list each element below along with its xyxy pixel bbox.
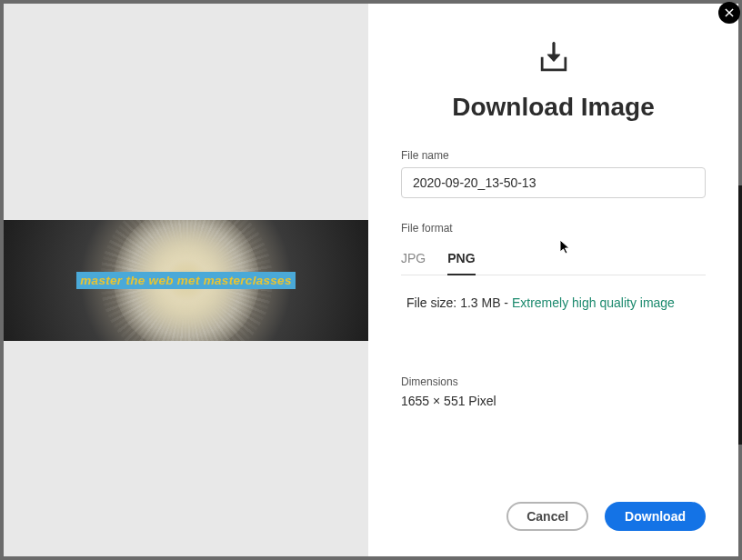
preview-pane: master the web met masterclasses [4,4,368,556]
tab-png[interactable]: PNG [447,244,475,275]
image-thumbnail: master the web met masterclasses [4,220,368,341]
close-icon [723,6,736,19]
dialog-title: Download Image [401,93,706,122]
file-name-input[interactable] [401,167,706,198]
dialog-actions: Cancel Download [506,502,706,531]
quality-note: Extremely high quality image [512,295,675,310]
thumbnail-overlay-text: master the web met masterclasses [76,272,295,289]
tab-jpg[interactable]: JPG [401,244,426,275]
dimensions-label: Dimensions [401,375,706,388]
file-format-label: File format [401,222,706,235]
file-size-value: 1.3 MB [460,295,500,310]
dimensions-value: 1655 × 551 Pixel [401,394,706,408]
file-size-prefix: File size: [406,295,460,310]
file-size-row: File size: 1.3 MB - Extremely high quali… [401,295,706,310]
file-name-label: File name [401,149,706,162]
backdrop-strip [738,185,742,445]
close-button[interactable] [718,2,740,24]
format-tabs: JPG PNG [401,244,706,275]
file-format-section: File format JPG PNG [401,222,706,275]
file-size-sep: - [500,295,511,310]
dimensions-section: Dimensions 1655 × 551 Pixel [401,375,706,408]
cancel-button[interactable]: Cancel [506,502,588,531]
download-button[interactable]: Download [605,502,706,531]
download-icon [401,38,706,78]
form-pane: Download Image File name File format JPG… [368,4,738,556]
svg-marker-0 [546,54,560,61]
download-image-dialog: master the web met masterclasses Downloa… [4,4,738,556]
file-name-section: File name [401,149,706,198]
